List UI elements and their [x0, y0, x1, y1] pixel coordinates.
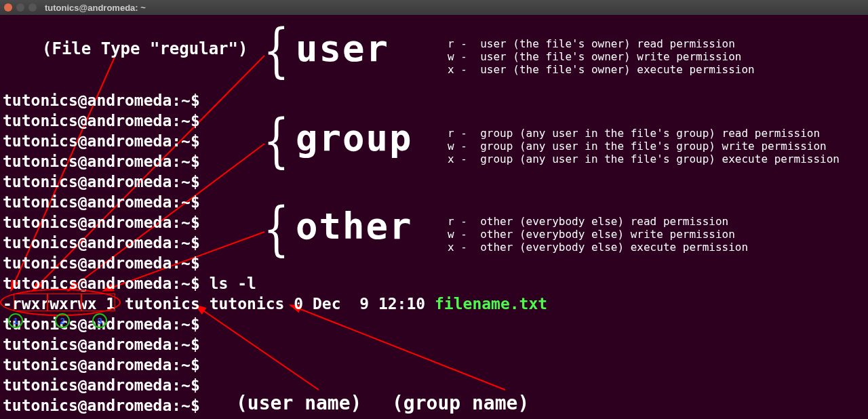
- svg-line-5: [290, 305, 505, 390]
- prompt: tutonics@andromeda:~$: [3, 212, 210, 233]
- brace-icon: {: [263, 106, 289, 174]
- user-name-annotation: (user name): [236, 392, 361, 414]
- user-r-desc: r - user (the file's owner) read permiss…: [448, 37, 735, 50]
- group-x-desc: x - group (any user in the file's group)…: [448, 153, 840, 165]
- prompt: tutonics@andromeda:~$: [3, 355, 210, 375]
- ls-rest: 1 tutonics tutonics 0 Dec 9 12:10: [97, 295, 435, 313]
- circle-1: 1: [8, 313, 23, 328]
- prompt: tutonics@andromeda:~$: [3, 131, 210, 151]
- circle-3: 3: [92, 313, 107, 328]
- brace-icon: {: [263, 16, 289, 84]
- perm-box-other: [81, 294, 115, 311]
- prompt: tutonics@andromeda:~$: [3, 334, 210, 355]
- prompt: tutonics@andromeda:~$: [3, 192, 210, 212]
- perm-box-group: [47, 294, 81, 311]
- terminal-viewport[interactable]: (File Type "regular") { user { group { o…: [0, 15, 868, 419]
- group-r-desc: r - group (any user in the file's group)…: [448, 127, 820, 140]
- prompt: tutonics@andromeda:~$: [3, 151, 210, 172]
- group-name-annotation: (group name): [392, 392, 529, 414]
- prompt: tutonics@andromeda:~$: [3, 253, 210, 273]
- other-r-desc: r - other (everybody else) read permissi…: [448, 215, 728, 228]
- section-label-user: user: [296, 27, 389, 70]
- file-type-annotation: (File Type "regular"): [42, 39, 248, 58]
- user-w-desc: w - user (the file's owner) write permis…: [448, 50, 741, 63]
- window-titlebar: tutonics@andromeda: ~: [0, 0, 868, 15]
- svg-line-4: [195, 305, 319, 390]
- command-text: ls -l: [210, 275, 256, 292]
- window-title: tutonics@andromeda: ~: [45, 3, 146, 13]
- circle-2: 2: [55, 313, 70, 328]
- maximize-icon[interactable]: [28, 3, 37, 12]
- filename: filename.txt: [435, 295, 547, 313]
- prompt: tutonics@andromeda:~$: [3, 90, 210, 111]
- prompt: tutonics@andromeda:~$: [3, 375, 210, 395]
- prompt: tutonics@andromeda:~$: [3, 172, 210, 192]
- prompt: tutonics@andromeda:~$: [3, 233, 210, 253]
- prompt: tutonics@andromeda:~$: [3, 395, 210, 416]
- other-w-desc: w - other (everybody else) write permiss…: [448, 228, 735, 241]
- other-x-desc: x - other (everybody else) execute permi…: [448, 241, 748, 254]
- brace-icon: {: [263, 195, 289, 262]
- minimize-icon[interactable]: [16, 3, 24, 12]
- group-w-desc: w - group (any user in the file's group)…: [448, 140, 827, 153]
- close-icon[interactable]: [4, 3, 12, 12]
- perm-box-user: [14, 294, 47, 311]
- section-label-other: other: [296, 205, 413, 247]
- section-label-group: group: [296, 117, 413, 159]
- prompt: tutonics@andromeda:~$: [3, 111, 210, 131]
- user-x-desc: x - user (the file's owner) execute perm…: [448, 63, 755, 76]
